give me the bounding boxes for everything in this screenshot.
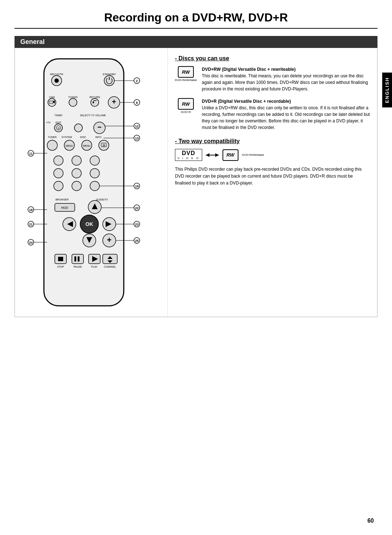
svg-text:INFO: INFO: [95, 136, 102, 138]
svg-text:PAUSE: PAUSE: [73, 266, 82, 268]
compat-body: This Philips DVD recorder can play back …: [175, 166, 370, 187]
svg-text:STOP: STOP: [57, 266, 64, 268]
svg-text:PLAY: PLAY: [91, 266, 98, 268]
page-title-area: Recording on a DVD+RW, DVD+R: [15, 0, 377, 29]
disc1-body: This disc is rewriteable. That means, yo…: [202, 73, 368, 92]
svg-point-14: [69, 98, 77, 106]
svg-point-57: [54, 169, 63, 178]
svg-point-61: [72, 181, 81, 191]
svg-point-60: [54, 181, 63, 191]
svg-text:TV/HDD: TV/HDD: [68, 96, 78, 98]
disc1-title: DVD+RW (Digital Versatile Disc + rewrite…: [202, 67, 296, 72]
english-tab: ENGLISH: [382, 73, 392, 108]
svg-text:GUIDE/TV: GUIDE/TV: [96, 198, 108, 201]
dvdr-logo: RW: [178, 98, 194, 110]
svg-text:13: 13: [135, 137, 139, 140]
disc2-body: Unlike a DVD+RW disc, this disc can only…: [202, 105, 370, 130]
discs-section: - Discs you can use RW DVD+ReWritable DV…: [175, 55, 370, 131]
svg-text:12: 12: [135, 125, 139, 128]
svg-text:RETURN: RETURN: [89, 96, 100, 98]
svg-text:25: 25: [135, 239, 139, 243]
svg-point-55: [72, 156, 81, 165]
page-title: Recording on a DVD+RW, DVD+R: [15, 11, 377, 24]
svg-point-56: [90, 156, 99, 165]
svg-text:EDIT: EDIT: [56, 121, 62, 124]
svg-text:+: +: [107, 235, 112, 244]
svg-point-43: [47, 140, 57, 150]
svg-text:DISC: DISC: [80, 136, 86, 138]
svg-text:+TV: +TV: [46, 121, 50, 124]
svg-text:CHANNEL: CHANNEL: [104, 266, 116, 268]
compat-logos: DVD V I D E O RW DVD+ReWritable: [175, 149, 370, 161]
svg-point-3: [54, 78, 59, 83]
compat-rw-logo: RW: [222, 149, 238, 161]
svg-point-16: [91, 98, 99, 106]
compat-section: - Two way compatibility DVD V I D E O RW…: [175, 138, 370, 187]
dvd-video-logo: DVD V I D E O: [175, 149, 202, 161]
svg-text:OK: OK: [86, 221, 93, 227]
main-content: REC/OTR STANDBY 2 CAM: [15, 48, 377, 317]
svg-text:HDD: HDD: [61, 206, 68, 210]
svg-text:TIMER: TIMER: [54, 114, 62, 117]
svg-text:−: −: [97, 123, 102, 131]
svg-text:⊙: ⊙: [57, 127, 60, 130]
svg-text:BROWSER: BROWSER: [56, 198, 69, 201]
svg-text:21: 21: [29, 223, 33, 226]
compat-heading: - Two way compatibility: [175, 138, 370, 145]
disc1-logo: RW DVD+ReWritable: [175, 66, 197, 82]
compat-arrow-icon: [205, 150, 220, 161]
svg-text:2: 2: [136, 79, 138, 83]
svg-text:+: +: [112, 98, 116, 106]
dvdrw-logo: RW: [178, 66, 194, 78]
svg-text:▤: ▤: [103, 144, 105, 146]
disc1-text: DVD+RW (Digital Versatile Disc + rewrite…: [202, 66, 370, 92]
disc1-entry: RW DVD+ReWritable DVD+RW (Digital Versat…: [175, 66, 370, 92]
remote-svg: REC/OTR STANDBY 2 CAM: [22, 55, 160, 317]
svg-point-58: [72, 169, 81, 178]
disc2-entry: RW DVD+R DVD+R (Digital Versatile Disc +…: [175, 98, 370, 131]
right-panel: - Discs you can use RW DVD+ReWritable DV…: [167, 48, 377, 317]
svg-point-54: [54, 156, 63, 165]
svg-text:MENU: MENU: [83, 145, 91, 147]
svg-text:22: 22: [135, 206, 139, 210]
svg-point-30: [74, 124, 82, 132]
svg-text:18: 18: [29, 208, 33, 212]
disc2-logo: RW DVD+R: [175, 98, 197, 114]
svg-text:23: 23: [135, 223, 139, 226]
remote-control: REC/OTR STANDBY 2 CAM: [22, 55, 160, 309]
svg-text:SELECT/ TV VOLUME: SELECT/ TV VOLUME: [80, 114, 106, 117]
dvd-small-text: V I D E O: [177, 157, 200, 160]
svg-text:11: 11: [29, 152, 33, 155]
svg-text:19: 19: [135, 185, 139, 188]
svg-text:8: 8: [136, 101, 138, 105]
svg-point-59: [90, 169, 99, 178]
svg-text:MENU: MENU: [66, 145, 73, 147]
svg-rect-104: [74, 256, 76, 262]
disc2-title: DVD+R (Digital Versatile Disc + recordab…: [202, 99, 291, 104]
dvd-big-text: DVD: [182, 150, 195, 157]
left-panel: REC/OTR STANDBY 2 CAM: [15, 48, 167, 317]
general-header: General: [15, 36, 377, 48]
svg-text:TUNER: TUNER: [48, 136, 57, 138]
svg-text:24: 24: [29, 241, 33, 244]
dvdrw-sublabel: DVD+ReWritable: [175, 78, 197, 82]
discs-heading: - Discs you can use: [175, 55, 370, 62]
svg-text:CAM: CAM: [49, 96, 55, 98]
disc2-text: DVD+R (Digital Versatile Disc + recordab…: [202, 98, 370, 131]
dvdr-sublabel: DVD+R: [181, 110, 191, 114]
svg-text:SYSTEM: SYSTEM: [62, 136, 72, 138]
svg-point-62: [90, 181, 99, 191]
svg-marker-115: [206, 153, 209, 157]
svg-rect-105: [78, 256, 79, 262]
page-number: 60: [367, 518, 374, 524]
compat-rw-label: DVD+ReWritable: [242, 153, 264, 157]
svg-rect-101: [58, 257, 63, 261]
